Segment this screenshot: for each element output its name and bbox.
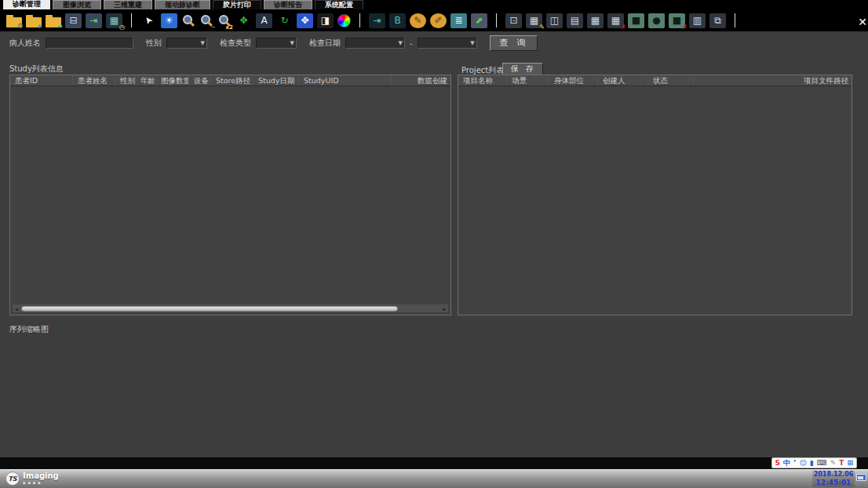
exam-date-to-select[interactable]: ▼ — [418, 38, 477, 49]
layout-two-columns-icon[interactable]: ◫ — [546, 13, 563, 28]
scroll-right-icon[interactable]: ► — [441, 306, 448, 311]
column-header-4[interactable]: 图像数量 — [156, 75, 189, 86]
layout-edit-icon[interactable]: ▦✎ — [526, 13, 542, 28]
chevron-down-icon: ▼ — [201, 40, 205, 46]
column-header-4[interactable]: 状态 — [648, 75, 694, 86]
query-button[interactable]: 查 询 — [490, 35, 538, 51]
zoom-2x-badge: x2 — [226, 24, 233, 31]
pan-move-icon[interactable]: ✥ — [235, 13, 252, 28]
layout-grid-icon[interactable]: ▦ — [587, 13, 604, 28]
horizontal-scrollbar[interactable]: ◄ ► — [13, 304, 448, 312]
layout-edit-badge: ✎ — [539, 24, 545, 31]
tab-1[interactable]: 图像浏览 — [53, 0, 101, 9]
roi-rectangle-icon[interactable]: ■ — [628, 13, 644, 28]
gender-select[interactable]: ▼ — [166, 38, 207, 49]
column-header-0[interactable]: 患者ID — [10, 75, 73, 86]
tab-2[interactable]: 三维重建 — [104, 0, 152, 9]
study-panel-title: Study列表信息 — [9, 64, 64, 75]
column-header-1[interactable]: 场景 — [507, 75, 549, 86]
tab-0[interactable]: 诊断管理 — [3, 0, 50, 9]
zoom-2x-icon[interactable]: x2 — [217, 13, 232, 27]
voice-input-icon[interactable]: ▮ — [810, 458, 814, 468]
column-header-6[interactable]: Store路径 — [211, 75, 253, 86]
layout-single-glyph: ⊡ — [509, 15, 517, 26]
film-stack-icon[interactable]: ⧉ — [709, 13, 726, 28]
film-batch-icon[interactable]: B — [389, 13, 406, 28]
invert-grayscale-glyph: ◨ — [321, 15, 330, 26]
image-list-icon[interactable]: ⊟ — [65, 13, 82, 28]
bottom-divider — [0, 457, 868, 469]
column-header-7[interactable]: Study日期 — [253, 75, 299, 86]
annotation-text-icon[interactable]: A — [256, 13, 272, 28]
roi-delete-icon[interactable]: ■✗ — [669, 13, 685, 28]
roi-ellipse-glyph: ● — [652, 15, 660, 26]
column-header-2[interactable]: 性别 — [115, 75, 136, 86]
report-document-icon[interactable]: ≣ — [450, 13, 467, 28]
column-header-3[interactable]: 创建人 — [598, 75, 648, 86]
open-study-folder-icon[interactable]: ⚙ — [6, 17, 22, 27]
tab-5[interactable]: 诊断报告 — [264, 0, 312, 9]
film-import-icon[interactable]: ⇥ — [369, 13, 385, 28]
archive-box-badge: ◷ — [119, 24, 125, 31]
invert-grayscale-icon[interactable]: ◨ — [317, 13, 334, 28]
skin-shirt-icon[interactable]: T — [839, 458, 844, 468]
import-folder-icon[interactable]: ＋ — [26, 17, 42, 27]
close-icon[interactable]: ✕ — [858, 16, 867, 27]
layout-single-icon[interactable]: ⊡ — [505, 13, 522, 28]
layout-two-columns-glyph: ◫ — [550, 15, 559, 26]
app-logo: TS Imaging ▪▪▪▪ — [5, 472, 59, 486]
column-header-9[interactable]: 数据创建 — [392, 75, 450, 86]
scrollbar-thumb[interactable] — [21, 306, 398, 311]
window-level-glyph: ☀ — [165, 15, 173, 26]
layout-grid-close-icon[interactable]: ▦✗ — [607, 13, 624, 28]
exam-type-select[interactable]: ▼ — [256, 38, 297, 49]
exam-date-from-select[interactable]: ▼ — [345, 38, 405, 49]
roi-ellipse-icon[interactable]: ● — [648, 13, 665, 28]
cursor-select-icon[interactable]: ➤ — [140, 13, 157, 28]
soft-keyboard-icon[interactable]: ⌨ — [817, 458, 827, 468]
measure-tool-2-icon[interactable]: ✐ — [430, 13, 447, 28]
project-list-panel: 项目名称场景身体部位创建人状态项目文件路径 — [458, 75, 852, 315]
tab-4[interactable]: 胶片打印 — [213, 0, 261, 9]
open-study-folder-badge: ⚙ — [17, 23, 24, 30]
column-header-8[interactable]: StudyUID — [299, 75, 392, 86]
logo-text: Imaging — [23, 472, 59, 480]
toolbox-grid-icon[interactable]: ⊞ — [847, 458, 853, 468]
layout-rows-icon[interactable]: ▤ — [567, 13, 583, 28]
column-header-5[interactable]: 项目文件路径 — [694, 75, 852, 86]
export-image-icon[interactable]: ⬈ — [471, 13, 487, 28]
input-mode-chinese-icon[interactable]: 中 — [783, 458, 790, 468]
zoom-region-icon[interactable]: ┄ — [199, 13, 213, 27]
color-palette-icon[interactable] — [337, 14, 351, 27]
emoji-face-icon[interactable]: ☺ — [799, 458, 806, 468]
cursor-select-glyph: ➤ — [142, 14, 155, 27]
fit-to-window-icon[interactable]: ✥ — [297, 13, 313, 28]
column-header-1[interactable]: 患者姓名 — [73, 75, 115, 86]
tab-3[interactable]: 颈动脉诊断 — [155, 0, 210, 9]
tab-6[interactable]: 系统配置 — [315, 0, 363, 9]
refresh-icon[interactable]: ↻ — [276, 13, 293, 28]
scroll-left-icon[interactable]: ◄ — [13, 306, 20, 311]
column-header-0[interactable]: 项目名称 — [458, 75, 507, 86]
column-header-3[interactable]: 年龄 — [136, 75, 156, 86]
layout-grid-close-glyph: ▦ — [611, 15, 620, 26]
column-header-2[interactable]: 身体部位 — [549, 75, 598, 86]
export-folder-badge: → — [57, 23, 63, 30]
patient-name-input[interactable] — [46, 38, 133, 49]
column-header-5[interactable]: 设备 — [189, 75, 211, 86]
patient-name-label: 病人姓名 — [9, 38, 41, 49]
send-to-viewer-icon[interactable]: ⇥ — [86, 13, 102, 28]
sogou-logo-icon[interactable]: S — [775, 458, 780, 468]
language-bar-icon[interactable] — [856, 474, 866, 481]
measure-tool-1-icon[interactable]: ✎ — [410, 13, 426, 28]
archive-box-icon[interactable]: ▦◷ — [106, 13, 122, 28]
punctuation-mode-icon[interactable]: ’ — [793, 458, 796, 468]
chevron-down-icon: ▼ — [470, 40, 474, 46]
taskbar-clock[interactable]: 2018.12.06 12:45:01 — [812, 471, 855, 487]
zoom-icon[interactable] — [181, 13, 195, 27]
layout-columns-icon[interactable]: ▥ — [689, 13, 706, 28]
window-level-icon[interactable]: ☀ — [161, 13, 177, 28]
handwriting-icon[interactable]: ✎ — [830, 458, 837, 468]
export-folder-icon[interactable]: → — [46, 17, 61, 27]
search-filter-row: 病人姓名 性别 ▼ 检查类型 ▼ 检查日期 ▼ - ▼ 查 询 — [9, 36, 538, 50]
